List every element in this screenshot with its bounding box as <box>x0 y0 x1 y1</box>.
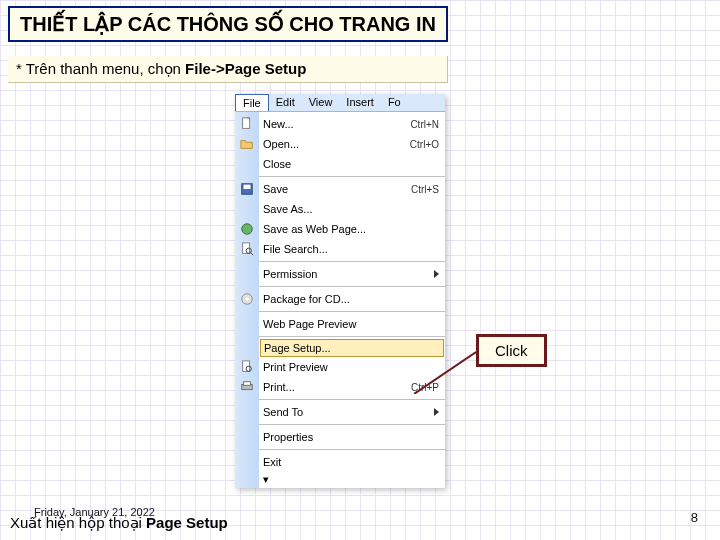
menu-item-saveas[interactable]: Save As... <box>259 199 445 219</box>
menu-item-printprev[interactable]: Print Preview <box>259 357 445 377</box>
menu-separator <box>259 399 445 400</box>
menu-label: Close <box>263 158 439 170</box>
bottom-bold: Page Setup <box>146 514 228 531</box>
menu-item-exit[interactable]: Exit <box>259 452 445 472</box>
save-icon <box>235 179 259 199</box>
menu-item-webprev[interactable]: Web Page Preview <box>259 314 445 334</box>
svg-rect-0 <box>243 118 250 129</box>
menu-label: Send To <box>263 406 434 418</box>
page-number: 8 <box>691 510 698 525</box>
menu-label: Save as Web Page... <box>263 223 439 235</box>
submenu-arrow-icon <box>434 408 439 416</box>
menu-separator <box>259 176 445 177</box>
menu-item-save[interactable]: Save Ctrl+S <box>259 179 445 199</box>
menu-item-package[interactable]: Package for CD... <box>259 289 445 309</box>
menu-label: Exit <box>263 456 439 468</box>
menu-label: Package for CD... <box>263 293 439 305</box>
menu-item-open[interactable]: Open... Ctrl+O <box>259 134 445 154</box>
menu-label: Permission <box>263 268 434 280</box>
menu-item-page-setup[interactable]: Page Setup... <box>260 339 444 357</box>
menubar-insert[interactable]: Insert <box>339 94 381 111</box>
menu-separator <box>259 286 445 287</box>
package-icon <box>235 289 259 309</box>
menu-label: Page Setup... <box>264 342 438 354</box>
file-menu-screenshot: File Edit View Insert Fo New... Ctrl+N O… <box>235 94 445 488</box>
menu-separator <box>259 336 445 337</box>
menu-item-new[interactable]: New... Ctrl+N <box>259 114 445 134</box>
menu-label: Web Page Preview <box>263 318 439 330</box>
menu-separator <box>259 449 445 450</box>
menu-label: Save As... <box>263 203 439 215</box>
click-callout: Click <box>476 334 547 367</box>
menu-label: Open... <box>263 138 410 150</box>
menu-item-permission[interactable]: Permission <box>259 264 445 284</box>
open-icon <box>235 134 259 154</box>
menu-label: Print... <box>263 381 411 393</box>
menu-label: Save <box>263 183 411 195</box>
menu-item-filesearch[interactable]: File Search... <box>259 239 445 259</box>
menu-shortcut: Ctrl+S <box>411 184 439 195</box>
menu-separator <box>259 311 445 312</box>
instruction-path: File->Page Setup <box>185 60 306 77</box>
menubar-fo[interactable]: Fo <box>381 94 408 111</box>
menu-item-close[interactable]: Close <box>259 154 445 174</box>
svg-rect-2 <box>244 185 251 189</box>
print-preview-icon <box>235 357 259 377</box>
menu-label: File Search... <box>263 243 439 255</box>
file-search-icon <box>235 239 259 259</box>
menu-label: New... <box>263 118 410 130</box>
menu-expand[interactable]: ▾ <box>259 474 445 484</box>
menu-label: Properties <box>263 431 439 443</box>
svg-point-8 <box>245 297 249 301</box>
bottom-text: Xuất hiện hộp thoại Page Setup <box>10 514 228 532</box>
menu-item-saveweb[interactable]: Save as Web Page... <box>259 219 445 239</box>
bottom-prefix: Xuất hiện hộp thoại <box>10 514 146 531</box>
instruction-text: * Trên thanh menu, chọn <box>16 60 185 77</box>
menubar-view[interactable]: View <box>302 94 340 111</box>
menu-separator <box>259 424 445 425</box>
menubar: File Edit View Insert Fo <box>235 94 445 112</box>
menu-shortcut: Ctrl+P <box>411 382 439 393</box>
svg-rect-12 <box>244 382 251 386</box>
print-icon <box>235 377 259 397</box>
instruction: * Trên thanh menu, chọn File->Page Setup <box>8 56 448 83</box>
page-title: THIẾT LẬP CÁC THÔNG SỐ CHO TRANG IN <box>8 6 448 42</box>
menu-shortcut: Ctrl+N <box>410 119 439 130</box>
menu-item-sendto[interactable]: Send To <box>259 402 445 422</box>
menu-item-properties[interactable]: Properties <box>259 427 445 447</box>
menu-items: New... Ctrl+N Open... Ctrl+O Close Save … <box>259 112 445 488</box>
menubar-file[interactable]: File <box>235 94 269 111</box>
svg-line-6 <box>251 253 254 256</box>
svg-point-3 <box>242 224 253 235</box>
menu-separator <box>259 261 445 262</box>
menu-shortcut: Ctrl+O <box>410 139 439 150</box>
menu-item-print[interactable]: Print... Ctrl+P <box>259 377 445 397</box>
save-web-icon <box>235 219 259 239</box>
menu-label: Print Preview <box>263 361 439 373</box>
submenu-arrow-icon <box>434 270 439 278</box>
menubar-edit[interactable]: Edit <box>269 94 302 111</box>
new-icon <box>235 114 259 134</box>
